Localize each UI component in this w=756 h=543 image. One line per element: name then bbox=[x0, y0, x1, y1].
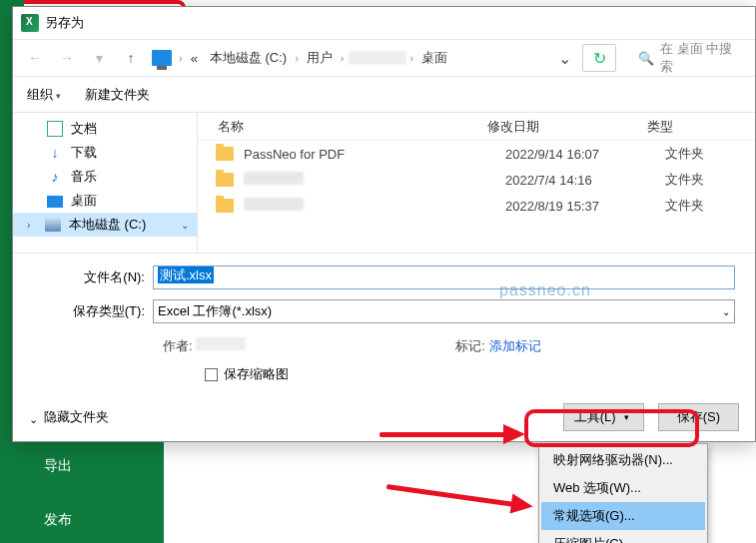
menu-compress[interactable]: 压缩图片(C)... bbox=[541, 530, 705, 543]
download-icon: ↓ bbox=[47, 145, 63, 161]
arrow-annotation bbox=[382, 476, 546, 538]
column-name[interactable]: 名称 bbox=[198, 118, 487, 136]
menu-web-options[interactable]: Web 选项(W)... bbox=[541, 474, 705, 502]
music-icon: ♪ bbox=[47, 169, 63, 185]
chevron-right-icon: › bbox=[295, 52, 299, 64]
pc-icon[interactable] bbox=[152, 50, 172, 66]
sidebar-item-documents[interactable]: 文档 bbox=[13, 117, 197, 141]
table-row[interactable]: PassNeo for PDF 2022/9/14 16:07 文件夹 bbox=[198, 141, 755, 167]
search-input[interactable]: 🔍 在 桌面 中搜索 bbox=[632, 44, 747, 72]
document-icon bbox=[47, 121, 63, 137]
menu-map-drive[interactable]: 映射网络驱动器(N)... bbox=[541, 446, 705, 474]
organize-button[interactable]: 组织 bbox=[27, 86, 61, 104]
menu-general-options[interactable]: 常规选项(G)... bbox=[541, 502, 705, 530]
new-folder-button[interactable]: 新建文件夹 bbox=[85, 86, 150, 104]
filetype-select[interactable]: Excel 工作簿(*.xlsx)⌄ bbox=[153, 299, 735, 323]
table-row[interactable]: 2022/7/4 14:16 文件夹 bbox=[198, 167, 755, 193]
column-type[interactable]: 类型 bbox=[647, 118, 755, 136]
add-tag-link[interactable]: 添加标记 bbox=[489, 338, 541, 353]
table-row[interactable]: 2022/8/19 15:37 文件夹 bbox=[198, 193, 755, 219]
chevron-down-icon: ⌄ bbox=[722, 306, 730, 317]
folder-icon bbox=[216, 173, 234, 187]
watermark: passneo.cn bbox=[499, 281, 591, 299]
nav-recent-icon[interactable]: ▾ bbox=[85, 44, 113, 72]
breadcrumb-root[interactable]: « bbox=[187, 51, 202, 66]
nav-sidebar: 文档 ↓下载 ♪音乐 桌面 ›本地磁盘 (C:)⌄ bbox=[13, 113, 198, 253]
chevron-right-icon: › bbox=[410, 52, 414, 64]
hide-folders-toggle[interactable]: 隐藏文件夹 bbox=[29, 408, 109, 426]
tools-menu: 映射网络驱动器(N)... Web 选项(W)... 常规选项(G)... 压缩… bbox=[538, 443, 708, 543]
disk-icon bbox=[45, 218, 61, 232]
breadcrumb-disk[interactable]: 本地磁盘 (C:) bbox=[206, 49, 291, 67]
breadcrumb-user-blurred[interactable] bbox=[349, 51, 406, 65]
excel-icon bbox=[21, 14, 39, 32]
chevron-down-icon[interactable]: ⌄ bbox=[181, 220, 189, 231]
thumbnail-label: 保存缩略图 bbox=[224, 365, 289, 383]
filetype-label: 保存类型(T): bbox=[33, 302, 153, 320]
sidebar-item-disk-c[interactable]: ›本地磁盘 (C:)⌄ bbox=[13, 213, 197, 237]
backstage-publish[interactable]: 发布 bbox=[24, 493, 164, 543]
search-icon: 🔍 bbox=[638, 51, 654, 66]
column-date[interactable]: 修改日期 bbox=[487, 118, 647, 136]
address-dropdown-icon[interactable]: ⌄ bbox=[550, 44, 578, 72]
nav-forward-icon[interactable]: → bbox=[53, 44, 81, 72]
thumbnail-checkbox[interactable] bbox=[205, 368, 218, 381]
refresh-icon[interactable]: ↻ bbox=[582, 44, 616, 72]
save-as-dialog: 另存为 ← → ▾ ↑ › « 本地磁盘 (C:) › 用户 › › 桌面 ⌄ … bbox=[12, 6, 756, 442]
chevron-right-icon: › bbox=[341, 52, 345, 64]
tag-label: 标记: bbox=[455, 338, 485, 353]
filename-label: 文件名(N): bbox=[33, 269, 153, 286]
highlight-box bbox=[524, 409, 699, 447]
nav-up-icon[interactable]: ↑ bbox=[117, 44, 145, 72]
folder-icon bbox=[216, 147, 234, 161]
folder-icon bbox=[216, 199, 234, 213]
sidebar-item-music[interactable]: ♪音乐 bbox=[13, 165, 197, 189]
desktop-icon bbox=[47, 196, 63, 208]
sidebar-item-downloads[interactable]: ↓下载 bbox=[13, 141, 197, 165]
nav-back-icon[interactable]: ← bbox=[21, 44, 49, 72]
breadcrumb-desktop[interactable]: 桌面 bbox=[417, 49, 451, 67]
sidebar-item-desktop[interactable]: 桌面 bbox=[13, 189, 197, 213]
dialog-title: 另存为 bbox=[45, 14, 84, 32]
chevron-right-icon: › bbox=[179, 52, 183, 64]
breadcrumb-users[interactable]: 用户 bbox=[303, 49, 337, 67]
backstage-export[interactable]: 导出 bbox=[24, 439, 164, 493]
author-label: 作者: bbox=[163, 338, 193, 353]
search-placeholder: 在 桌面 中搜索 bbox=[660, 40, 741, 76]
filename-input[interactable]: 测试.xlsx bbox=[153, 266, 735, 289]
chevron-right-icon[interactable]: › bbox=[27, 220, 37, 231]
author-value[interactable] bbox=[196, 337, 246, 350]
